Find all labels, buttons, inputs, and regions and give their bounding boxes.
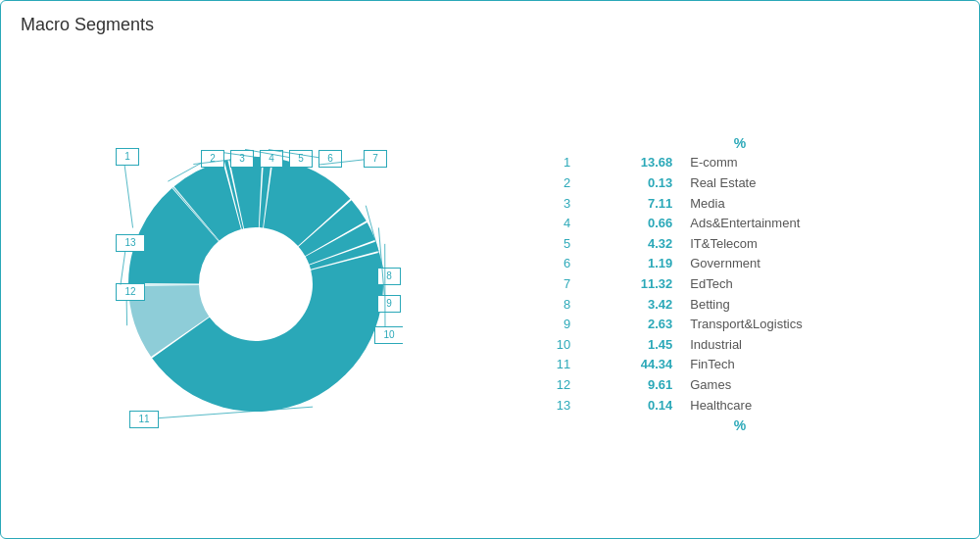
content-area: 12345678910111213 % 1 13.68 E-comm 2 0.1… (21, 43, 959, 524)
legend-row: 3 7.11 Media (520, 193, 959, 214)
legend-name: Ads&Entertainment (678, 213, 959, 233)
legend-name: Industrial (678, 334, 959, 355)
legend-area: % 1 13.68 E-comm 2 0.13 Real Estate 3 7.… (491, 132, 959, 435)
legend-num: 1 (520, 153, 576, 173)
legend-value: 3.42 (576, 294, 678, 315)
legend-name: Betting (678, 294, 959, 315)
legend-name: Real Estate (678, 172, 959, 193)
legend-num: 10 (520, 334, 576, 355)
legend-value: 1.19 (576, 254, 678, 274)
legend-name: IT&Telecom (678, 233, 959, 254)
chart-area: 12345678910111213 (21, 59, 491, 510)
legend-value: 4.32 (576, 233, 678, 254)
legend-value: 7.11 (576, 193, 678, 214)
legend-value: 0.66 (576, 213, 678, 233)
legend-row: 10 1.45 Industrial (520, 334, 959, 355)
legend-value: 1.45 (576, 334, 678, 355)
legend-row: 9 2.63 Transport&Logistics (520, 314, 959, 334)
legend-num: 7 (520, 273, 576, 294)
legend-value: 9.61 (576, 374, 678, 395)
legend-table: % 1 13.68 E-comm 2 0.13 Real Estate 3 7.… (520, 132, 959, 435)
segment-label-2: 2 (201, 150, 224, 168)
legend-value: 0.13 (576, 172, 678, 193)
legend-row: 11 44.34 FinTech (520, 355, 959, 375)
segment-label-10: 10 (374, 326, 403, 344)
legend-name: Games (678, 374, 959, 395)
segment-label-7: 7 (364, 150, 387, 168)
legend-row: 4 0.66 Ads&Entertainment (520, 213, 959, 233)
legend-row: 12 9.61 Games (520, 374, 959, 395)
legend-num: 13 (520, 395, 576, 416)
segment-label-6: 6 (318, 150, 342, 168)
legend-name: Healthcare (678, 395, 959, 416)
segment-label-13: 13 (116, 234, 145, 252)
legend-value: 2.63 (576, 314, 678, 334)
legend-num: 5 (520, 233, 576, 254)
legend-row: 2 0.13 Real Estate (520, 172, 959, 193)
legend-value: 0.14 (576, 395, 678, 416)
legend-row: 8 3.42 Betting (520, 294, 959, 315)
main-container: Macro Segments 12345678910111213 % 1 13.… (0, 0, 980, 539)
legend-name: EdTech (678, 273, 959, 294)
legend-value: 11.32 (576, 273, 678, 294)
segment-label-1: 1 (116, 148, 139, 166)
segment-label-8: 8 (377, 268, 401, 285)
segment-label-9: 9 (377, 295, 401, 313)
legend-num: 6 (520, 254, 576, 274)
legend-row: 5 4.32 IT&Telecom (520, 233, 959, 254)
legend-name: Government (678, 254, 959, 274)
legend-num: 3 (520, 193, 576, 214)
segment-label-11: 11 (129, 411, 159, 428)
legend-value: 44.34 (576, 355, 678, 375)
segment-line-1 (123, 157, 133, 228)
segment-label-5: 5 (289, 150, 313, 168)
legend-name: Transport&Logistics (678, 314, 959, 334)
legend-header: % (520, 132, 959, 153)
legend-num: 2 (520, 172, 576, 193)
legend-row: 7 11.32 EdTech (520, 273, 959, 294)
legend-value: 13.68 (576, 153, 678, 173)
legend-num: 12 (520, 374, 576, 395)
segment-label-3: 3 (230, 150, 254, 168)
legend-num: 8 (520, 294, 576, 315)
legend-name: E-comm (678, 153, 959, 173)
legend-num: 9 (520, 314, 576, 334)
legend-num: 4 (520, 213, 576, 233)
legend-name: FinTech (678, 355, 959, 375)
legend-row: 1 13.68 E-comm (520, 153, 959, 173)
donut-chart: 12345678910111213 (109, 137, 403, 431)
segment-line-11 (140, 407, 313, 419)
legend-footer: % (520, 415, 959, 435)
legend-name: Media (678, 193, 959, 214)
page-title: Macro Segments (21, 15, 959, 35)
legend-row: 6 1.19 Government (520, 254, 959, 274)
legend-row: 13 0.14 Healthcare (520, 395, 959, 416)
legend-num: 11 (520, 355, 576, 375)
segment-label-12: 12 (116, 283, 145, 301)
